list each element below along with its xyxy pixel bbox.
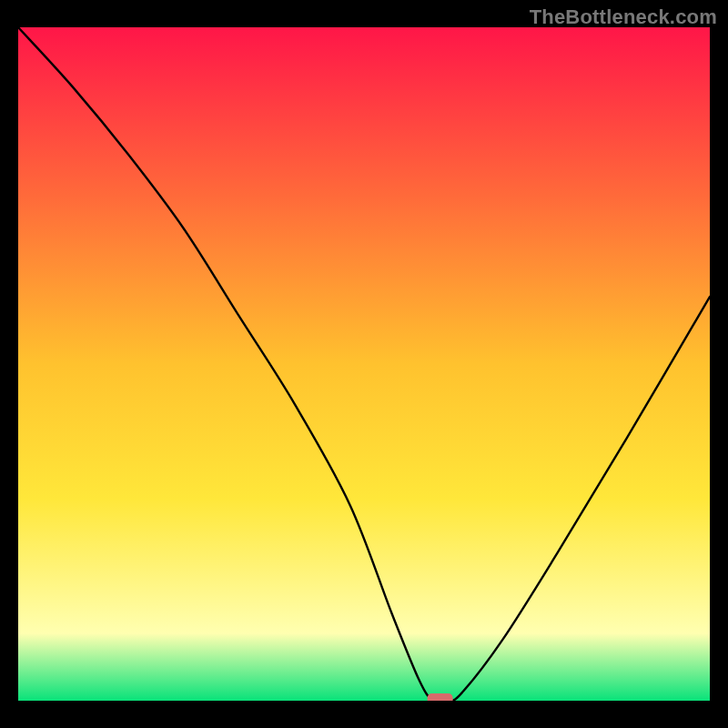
watermark-text: TheBottleneck.com xyxy=(530,5,717,29)
bottleneck-plot xyxy=(18,27,710,701)
gradient-background xyxy=(18,27,710,701)
chart-frame: TheBottleneck.com xyxy=(0,0,728,728)
optimal-point-marker xyxy=(428,693,453,701)
